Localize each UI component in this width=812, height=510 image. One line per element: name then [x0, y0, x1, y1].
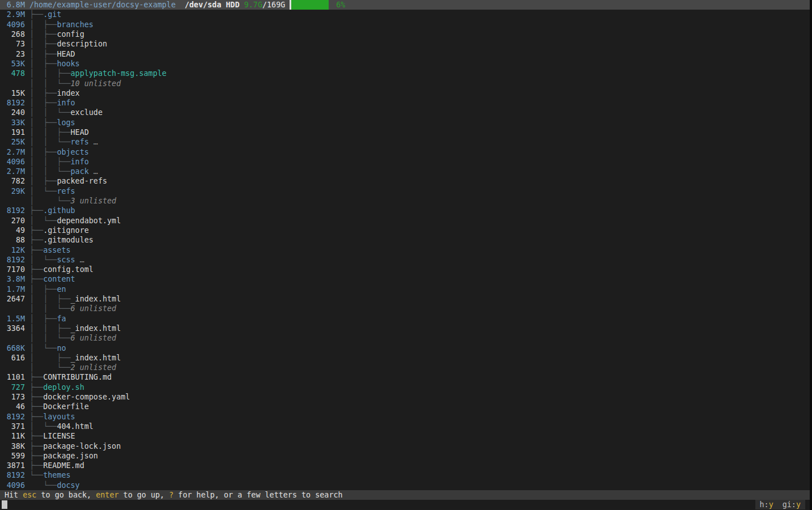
- tree-row[interactable]: 3.8M ├── content: [0, 274, 810, 284]
- tree-branch: │ └──: [29, 197, 71, 205]
- entry-size: 1.5M: [0, 314, 25, 323]
- tree-row[interactable]: │ │ └── 6 unlisted: [0, 333, 810, 343]
- entry-name: CONTRIBUTING.md: [43, 373, 112, 381]
- key-hint: enter: [96, 491, 118, 499]
- tree-branch: │ ├──: [29, 177, 57, 185]
- tree-row[interactable]: 4096 │ ├── branches: [0, 20, 810, 29]
- tree-branch: │ │ ├──: [29, 158, 71, 166]
- tree-row[interactable]: 23 │ ├── HEAD: [0, 49, 810, 58]
- entry-name: docsy: [57, 481, 79, 490]
- tree-row[interactable]: 25K │ │ └── refs …: [0, 137, 810, 147]
- tree-row[interactable]: 173 ├── docker-compose.yaml: [0, 392, 810, 402]
- entry-name: info: [71, 158, 89, 166]
- entry-name: Dockerfile: [43, 402, 89, 411]
- tree-row[interactable]: 29K │ └── refs: [0, 186, 810, 196]
- tree-branch: │ ├──: [29, 354, 71, 362]
- entry-size: 616: [0, 354, 25, 362]
- entry-name: layouts: [43, 413, 75, 421]
- entry-name: HEAD: [57, 50, 75, 58]
- tree-branch: │ └──: [29, 344, 57, 352]
- tree-row[interactable]: 727 ├── deploy.sh: [0, 382, 810, 392]
- entry-name: .gitignore: [43, 226, 89, 235]
- tree-row[interactable]: 1101 ├── CONTRIBUTING.md: [0, 372, 810, 382]
- tree-row[interactable]: 8192 ├── layouts: [0, 411, 810, 421]
- entry-name: scss: [57, 256, 75, 264]
- tree-row[interactable]: 3364 │ │ ├── _index.html: [0, 324, 810, 333]
- tree-row[interactable]: 478 │ │ ├── applypatch-msg.sample: [0, 69, 810, 78]
- entry-size: 8192: [0, 99, 25, 107]
- tree-row[interactable]: 371 │ └── 404.html: [0, 422, 810, 431]
- tree-row[interactable]: 46 ├── Dockerfile: [0, 402, 810, 411]
- entry-name: config: [57, 30, 84, 39]
- tree-row[interactable]: 38K ├── package-lock.json: [0, 441, 810, 450]
- tree-row[interactable]: 668K │ └── no: [0, 343, 810, 352]
- status-bar: Hit esc to go back, enter to go up, ? fo…: [0, 490, 810, 500]
- command-input-line[interactable]: h:ygi:y: [0, 500, 810, 509]
- entry-size: 38K: [0, 442, 25, 450]
- tree-row[interactable]: 12K ├── assets: [0, 245, 810, 254]
- entry-name: docker-compose.yaml: [43, 393, 130, 401]
- tree-row[interactable]: 2.9M ├── .git: [0, 10, 810, 19]
- tree-row[interactable]: 2.7M │ │ └── pack …: [0, 167, 810, 176]
- tree-row[interactable]: 268 │ ├── config: [0, 29, 810, 39]
- key-hint: ?: [169, 491, 173, 499]
- working-directory-path[interactable]: /home/example-user/docsy-example: [29, 1, 176, 9]
- entry-name: description: [57, 40, 107, 48]
- tree-row[interactable]: 1.5M │ ├── fa: [0, 314, 810, 324]
- entry-name: logs: [57, 118, 75, 127]
- tree-row[interactable]: 33K │ ├── logs: [0, 118, 810, 128]
- tree-branch: ├──: [29, 383, 43, 392]
- tree-branch: │ │ └──: [29, 304, 71, 313]
- entry-size: 25K: [0, 138, 25, 146]
- tree-row[interactable]: 2647 │ │ ├── _index.html: [0, 294, 810, 304]
- tree-row[interactable]: │ │ └── 6 unlisted: [0, 304, 810, 313]
- tree-branch: └──: [29, 471, 43, 479]
- tree-row[interactable]: │ └── 2 unlisted: [0, 363, 810, 372]
- entry-name: deploy.sh: [43, 383, 84, 392]
- entry-ellipsis: …: [89, 138, 98, 146]
- entry-size: 2647: [0, 295, 25, 303]
- tree-row[interactable]: 3871 ├── README.md: [0, 461, 810, 470]
- entry-name: info: [57, 99, 75, 107]
- disk-percent: 6%: [336, 1, 345, 9]
- tree-row[interactable]: 88 ├── .gitmodules: [0, 235, 810, 245]
- entry-name: themes: [43, 471, 70, 479]
- tree-row[interactable]: │ └── 3 unlisted: [0, 196, 810, 206]
- tree-row[interactable]: 240 │ │ └── exclude: [0, 108, 810, 117]
- tree-row[interactable]: 15K │ ├── index: [0, 88, 810, 98]
- tree-row[interactable]: 11K ├── LICENSE: [0, 431, 810, 441]
- entry-name: README.md: [43, 461, 84, 470]
- tree-row[interactable]: 782 │ ├── packed-refs: [0, 176, 810, 186]
- entry-size: 12K: [0, 246, 25, 254]
- tree-row[interactable]: 7170 ├── config.toml: [0, 265, 810, 274]
- tree-row[interactable]: 8192 │ └── scss …: [0, 255, 810, 265]
- entry-size: 1.7M: [0, 285, 25, 294]
- tree-row[interactable]: 8192 └── themes: [0, 470, 810, 480]
- tree-row[interactable]: 4096 │ │ ├── info: [0, 157, 810, 167]
- hint-text: to go back,: [36, 491, 96, 499]
- tree-row[interactable]: 49 ├── .gitignore: [0, 226, 810, 235]
- tree-row[interactable]: 8192 ├── .github: [0, 206, 810, 215]
- tree-row[interactable]: 4096 └── docsy: [0, 481, 810, 490]
- flag-label: gi:: [783, 500, 796, 509]
- tree-branch: │ │ └──: [29, 138, 71, 146]
- flag-h: h:y: [760, 500, 773, 509]
- entry-size: 4096: [0, 481, 25, 490]
- disk-used: 9.7G: [244, 1, 262, 9]
- file-tree: 2.9M ├── .git 4096 │ ├── branches 268 │ …: [0, 10, 810, 490]
- entry-size: 1101: [0, 373, 25, 381]
- tree-row[interactable]: 8192 │ ├── info: [0, 98, 810, 108]
- tree-row[interactable]: 53K │ ├── hooks: [0, 59, 810, 69]
- tree-branch: │ │ ├──: [29, 69, 71, 78]
- tree-row[interactable]: 1.7M │ ├── en: [0, 284, 810, 294]
- entry-ellipsis: …: [75, 256, 84, 264]
- tree-row[interactable]: 2.7M │ ├── objects: [0, 147, 810, 156]
- tree-row[interactable]: 599 ├── package.json: [0, 451, 810, 461]
- entry-size: 3364: [0, 324, 25, 333]
- tree-row[interactable]: │ │ └── 10 unlisted: [0, 78, 810, 88]
- tree-row[interactable]: 616 │ ├── _index.html: [0, 353, 810, 363]
- tree-row[interactable]: 73 │ ├── description: [0, 39, 810, 49]
- tree-row[interactable]: 191 │ │ ├── HEAD: [0, 128, 810, 137]
- total-size: 6.8M: [0, 1, 25, 9]
- tree-row[interactable]: 270 │ └── dependabot.yml: [0, 216, 810, 226]
